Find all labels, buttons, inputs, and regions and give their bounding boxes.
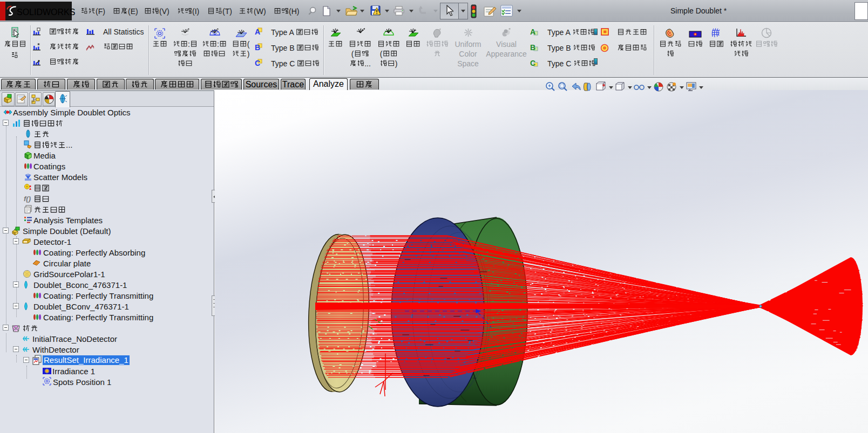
svg-text:f(): f()	[24, 195, 31, 203]
svg-text:A: A	[530, 28, 535, 36]
svg-text:A: A	[255, 28, 260, 36]
svg-text:C: C	[255, 59, 260, 67]
svg-text:B: B	[255, 43, 260, 52]
svg-text:B: B	[530, 43, 535, 52]
svg-text:C: C	[530, 59, 535, 67]
